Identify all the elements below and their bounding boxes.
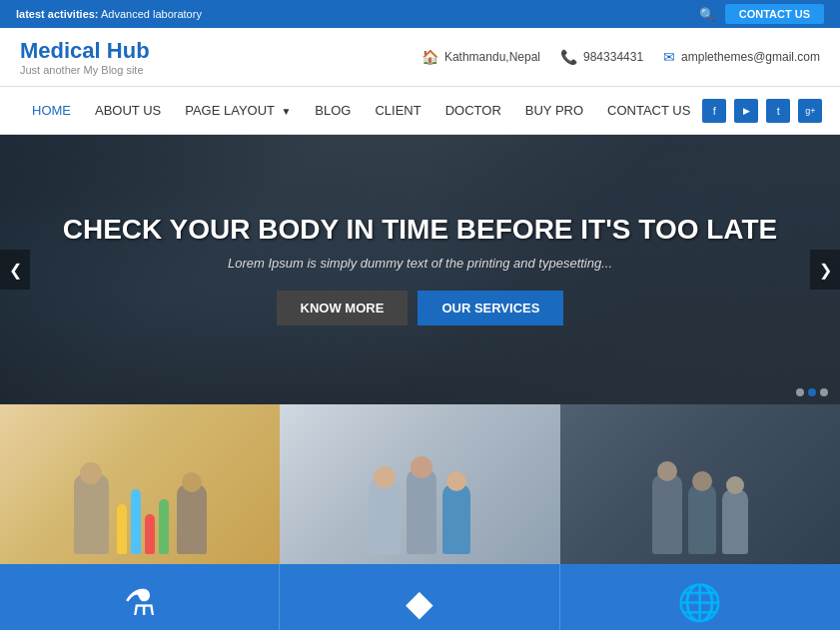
header: Medical Hub Just another My Blog site 🏠 … — [0, 28, 840, 86]
social-icons: f ▶ t g+ — [702, 99, 822, 123]
feature-card-doctors: ◆ Best Doctors Team Lorem Ipsum is simpl… — [280, 404, 559, 630]
hero-next-button[interactable]: ❯ — [810, 250, 840, 290]
hero-dot-3[interactable] — [820, 388, 828, 396]
our-services-button[interactable]: OUR SERVICES — [418, 291, 563, 325]
header-phone: 📞 984334431 — [560, 49, 643, 65]
top-bar-right: 🔍 CONTACT US — [699, 4, 824, 24]
feature-body-tech: 🌐 Latest Technology Lorem Ipsum is simpl… — [560, 564, 840, 630]
feature-card-lab: ⚗ Modern Lab Test Lorem Ipsum is simply … — [0, 404, 280, 630]
phone-icon: 📞 — [560, 49, 577, 65]
lab-icon: ⚗ — [16, 582, 263, 624]
top-bar: latest activities: Advanced laboratory 🔍… — [0, 0, 840, 28]
googleplus-icon[interactable]: g+ — [798, 99, 822, 123]
hero-dots — [796, 388, 828, 396]
location-text: Kathmandu,Nepal — [444, 50, 540, 64]
top-contact-button[interactable]: CONTACT US — [725, 4, 824, 24]
logo-title: Medical Hub — [20, 38, 150, 64]
nav-link-client[interactable]: CLIENT — [363, 87, 432, 134]
logo-area: Medical Hub Just another My Blog site — [20, 38, 150, 76]
feature-image-tech — [560, 404, 840, 564]
nav-link-page-layout[interactable]: PAGE LAYOUT ▼ — [173, 87, 303, 134]
feature-body-lab: ⚗ Modern Lab Test Lorem Ipsum is simply … — [0, 564, 280, 630]
dropdown-arrow: ▼ — [281, 106, 291, 117]
nav-link-buy-pro[interactable]: BUY PRO — [513, 87, 595, 134]
location-icon: 🏠 — [421, 49, 438, 65]
twitter-icon[interactable]: t — [766, 99, 790, 123]
nav-item-home[interactable]: HOME — [20, 87, 83, 134]
nav-links: HOME ABOUT US PAGE LAYOUT ▼ BLOG CLIENT … — [20, 87, 702, 134]
phone-text: 984334431 — [583, 50, 643, 64]
nav-link-about[interactable]: ABOUT US — [83, 87, 173, 134]
nav-item-page-layout[interactable]: PAGE LAYOUT ▼ — [173, 87, 303, 134]
diamond-icon: ◆ — [296, 582, 542, 624]
header-contact: 🏠 Kathmandu,Nepal 📞 984334431 ✉ amplethe… — [421, 49, 820, 65]
nav-item-client[interactable]: CLIENT — [363, 87, 432, 134]
hero-dot-1[interactable] — [796, 388, 804, 396]
hero-content: CHECK YOUR BODY IN TIME BEFORE IT'S TOO … — [63, 214, 778, 325]
nav-link-home[interactable]: HOME — [20, 87, 83, 134]
nav-link-doctor[interactable]: DOCTOR — [433, 87, 513, 134]
nav-link-contact[interactable]: CONTACT US — [595, 87, 702, 134]
header-email: ✉ amplethemes@gmail.com — [663, 49, 820, 65]
top-bar-left: latest activities: Advanced laboratory — [16, 8, 202, 20]
hero-buttons: KNOW MORE OUR SERVICES — [63, 291, 778, 325]
globe-icon: 🌐 — [576, 582, 824, 624]
logo-tagline: Just another My Blog site — [20, 64, 150, 76]
hero-title: CHECK YOUR BODY IN TIME BEFORE IT'S TOO … — [63, 214, 778, 246]
feature-card-tech: 🌐 Latest Technology Lorem Ipsum is simpl… — [560, 404, 840, 630]
hero-overlay-content: CHECK YOUR BODY IN TIME BEFORE IT'S TOO … — [0, 135, 840, 404]
nav-item-blog[interactable]: BLOG — [303, 87, 363, 134]
hero-dot-2[interactable] — [808, 388, 816, 396]
nav-item-contact[interactable]: CONTACT US — [595, 87, 702, 134]
feature-body-doctors: ◆ Best Doctors Team Lorem Ipsum is simpl… — [280, 564, 559, 630]
latest-label: latest activities: — [16, 8, 99, 20]
know-more-button[interactable]: KNOW MORE — [277, 291, 409, 325]
navbar: HOME ABOUT US PAGE LAYOUT ▼ BLOG CLIENT … — [0, 86, 840, 135]
search-button[interactable]: 🔍 — [699, 7, 715, 22]
header-location: 🏠 Kathmandu,Nepal — [421, 49, 540, 65]
hero-section: CHECK YOUR BODY IN TIME BEFORE IT'S TOO … — [0, 135, 840, 404]
facebook-icon[interactable]: f — [702, 99, 726, 123]
feature-image-lab — [0, 404, 280, 564]
nav-item-doctor[interactable]: DOCTOR — [433, 87, 513, 134]
latest-text: Advanced laboratory — [101, 8, 202, 20]
email-text: amplethemes@gmail.com — [681, 50, 820, 64]
hero-subtitle: Lorem Ipsum is simply dummy text of the … — [63, 256, 778, 271]
email-icon: ✉ — [663, 49, 675, 65]
hero-prev-button[interactable]: ❮ — [0, 250, 30, 290]
nav-item-about[interactable]: ABOUT US — [83, 87, 173, 134]
nav-link-blog[interactable]: BLOG — [303, 87, 363, 134]
feature-image-doctors — [280, 404, 559, 564]
nav-item-buy-pro[interactable]: BUY PRO — [513, 87, 595, 134]
youtube-icon[interactable]: ▶ — [734, 99, 758, 123]
features-section: ⚗ Modern Lab Test Lorem Ipsum is simply … — [0, 404, 840, 630]
